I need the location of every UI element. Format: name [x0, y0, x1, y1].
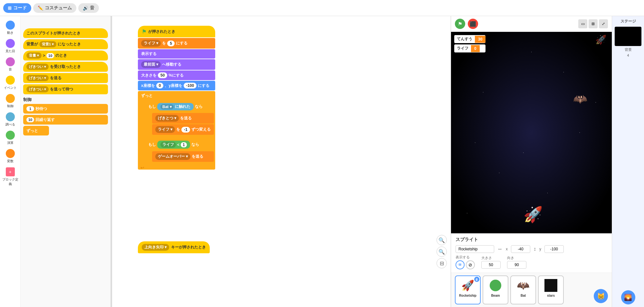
dir-label: 向き: [507, 256, 526, 260]
block-sprite-clicked[interactable]: このスプライトが押されたとき: [23, 28, 108, 38]
size-input[interactable]: [481, 261, 501, 269]
updown-icon: ↕: [533, 246, 536, 252]
block-forever[interactable]: ずっと: [23, 126, 49, 135]
costume-icon: ✏️: [38, 5, 43, 11]
if-bat-body: げきとつ ▾ を送る ライフ ▾ を -1 ずつ変える: [151, 112, 215, 135]
hat-key-block[interactable]: 上向き矢印 ▾ キーが押されたとき: [138, 241, 210, 253]
sprite-name-row: ↔ x ↕ y: [456, 245, 607, 253]
flag-icon: ⚑: [142, 29, 146, 35]
sprite-card-bat[interactable]: 🦇 Bat: [510, 275, 536, 304]
sidebar-item-events[interactable]: イベント: [0, 74, 20, 91]
code-area: ⚑ が押されたとき ライフ ▾ を 5 にする 表示する 最前面 ▾ へ: [112, 16, 451, 307]
sprite-card-stars[interactable]: stars: [538, 275, 564, 304]
tab-costume[interactable]: ✏️ コスチューム: [33, 3, 76, 13]
sidebar-item-sensing[interactable]: 調べる: [0, 111, 20, 128]
hide-btn[interactable]: ⊘: [466, 260, 475, 269]
sprite-list: 🗑 🚀 Rocketship Beam 🦇 Bat stars: [451, 273, 612, 307]
block-set-xy[interactable]: x座標を 0 、y座標を -100 にする: [138, 81, 215, 90]
block-change-life[interactable]: ライフ ▾ を -1 ずつ変える: [152, 124, 214, 135]
looks-circle: [6, 39, 15, 48]
life-row: ライフ 0: [454, 44, 485, 52]
motion-circle: [6, 21, 15, 30]
section-control: 制御: [23, 97, 108, 103]
tab-code[interactable]: ⊞ コード: [3, 3, 31, 13]
block-group-main: ⚑ が押されたとき ライフ ▾ を 5 にする 表示する 最前面 ▾ へ: [138, 26, 215, 170]
sidebar-item-operators[interactable]: 演算: [0, 129, 20, 146]
rocket-small: 🚀: [595, 34, 607, 45]
sidebar-item-motion[interactable]: 動き: [0, 19, 20, 36]
sprite-card-beam[interactable]: Beam: [483, 275, 508, 304]
add-sprite-btn[interactable]: 😸: [594, 289, 608, 303]
beam-circle: [490, 280, 501, 291]
operators-circle: [6, 131, 15, 140]
y-input[interactable]: [544, 245, 564, 253]
sound-icon: 🔊: [83, 5, 88, 11]
bat-thumb: 🦇: [517, 278, 530, 293]
show-btn[interactable]: 👁: [456, 260, 465, 269]
fullscreen-btn[interactable]: ⤢: [599, 19, 608, 28]
block-forever-c[interactable]: ずっと もし Bat ▾ に触れた なら: [138, 91, 215, 170]
zoom-controls: 🔍 🔍 ⊟: [437, 235, 447, 268]
sidebar-item-myblocks[interactable]: + ブロック定義: [0, 166, 20, 188]
zoom-out-btn[interactable]: 🔍: [437, 247, 447, 257]
block-goto-front[interactable]: 最前面 ▾ へ移動する: [138, 59, 215, 70]
stars-thumb: [544, 279, 557, 292]
block-if-bat[interactable]: もし Bat ▾ に触れた なら げきとつ ▾: [145, 101, 215, 138]
rocketship-thumb: 🚀: [461, 278, 474, 293]
tab-sound[interactable]: 🔊 音: [78, 3, 99, 13]
arrows-icon: ↔: [497, 246, 503, 252]
small-stage-btn[interactable]: ▭: [578, 19, 587, 28]
stage-canvas: てんすう 30 ライフ 0 🚀 🦇 🚀: [451, 32, 612, 233]
sensing-circle: [6, 112, 15, 121]
stage-stars: [451, 32, 612, 233]
sound-circle: [6, 57, 15, 66]
control-circle: [6, 94, 15, 103]
sidebar-item-looks[interactable]: 見た目: [0, 38, 20, 55]
size-label: 大きさ: [481, 256, 501, 260]
block-repeat[interactable]: 10 回繰り返す: [23, 115, 108, 125]
sidebar-item-control[interactable]: 制御: [0, 93, 20, 110]
rocket-sprite: 🚀: [524, 206, 543, 224]
bg-count: 4: [612, 53, 644, 57]
score-row: てんすう 30: [454, 35, 485, 43]
theater-btn[interactable]: ⊞: [589, 19, 598, 28]
block-gameover[interactable]: ゲームオーバー ▾ を送る: [152, 151, 214, 162]
delete-badge[interactable]: 🗑: [474, 277, 479, 282]
sprite-card-rocketship[interactable]: 🗑 🚀 Rocketship: [455, 275, 481, 304]
block-show[interactable]: 表示する: [138, 49, 215, 59]
block-send-wait[interactable]: げきつい ▾ を送って待つ: [23, 84, 108, 94]
bg-label: 背景: [612, 46, 644, 53]
block-send-gekitotsu[interactable]: げきとつ ▾ を送る: [152, 113, 214, 124]
block-receive[interactable]: げきつい ▾ を受け取ったとき: [23, 62, 108, 72]
block-if-life[interactable]: もし ライフ < 1 なら ゲームオーバー ▾: [145, 139, 215, 165]
sprite-name-input[interactable]: [456, 245, 494, 253]
right-sidebar: ステージ 背景 4 🌄: [612, 16, 644, 307]
dir-input[interactable]: [507, 261, 526, 269]
x-input[interactable]: [511, 245, 530, 253]
block-wait[interactable]: 1 秒待つ: [23, 104, 108, 114]
events-circle: [6, 76, 15, 85]
zoom-reset-btn[interactable]: ⊟: [437, 258, 447, 268]
stage-view-buttons: ▭ ⊞ ⤢: [578, 19, 608, 28]
category-sidebar: 動き 見た目 音 イベント 制御 調べる 演算 変数: [0, 16, 21, 307]
y-label: y: [539, 247, 541, 251]
stage-label: ステージ: [612, 16, 644, 27]
stage-mini-preview: [615, 27, 641, 46]
block-send[interactable]: げきつい ▾ を送る: [23, 73, 108, 83]
block-volume[interactable]: 音量 ▾ > 10 のとき: [23, 51, 108, 60]
green-flag-btn[interactable]: ⚑: [455, 19, 465, 29]
myblocks-icon: +: [6, 167, 15, 176]
stop-btn[interactable]: ⬛: [468, 19, 478, 29]
hat-flag-block[interactable]: ⚑ が押されたとき: [138, 26, 215, 37]
bat-sprite: 🦇: [573, 92, 588, 106]
sidebar-item-variables[interactable]: 変数: [0, 148, 20, 165]
sidebar-item-sound[interactable]: 音: [0, 56, 20, 73]
add-bg-btn[interactable]: 🌄: [621, 290, 635, 304]
block-group-key: 上向き矢印 ▾ キーが押されたとき: [138, 241, 210, 253]
block-set-life[interactable]: ライフ ▾ を 5 にする: [138, 38, 215, 49]
if-life-body: ゲームオーバー ▾ を送る: [151, 151, 215, 163]
sprite-props-title: スプライト: [456, 237, 607, 243]
block-backdrop[interactable]: 背景が 背景1 ▾ になったとき: [23, 39, 108, 49]
zoom-in-btn[interactable]: 🔍: [437, 235, 447, 245]
block-set-size[interactable]: 大きさを 50 %にする: [138, 70, 215, 80]
